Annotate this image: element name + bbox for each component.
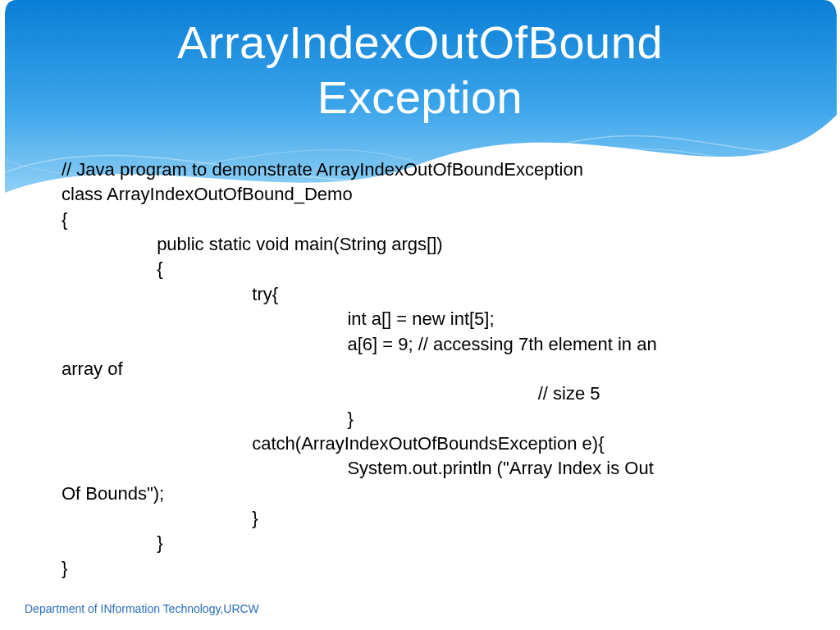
code-line: class ArrayIndexOutOfBound_Demo (62, 182, 783, 207)
code-line: // size 5 (62, 381, 783, 406)
footer-text: Department of INformation Technology,URC… (25, 602, 259, 615)
code-line: { (62, 257, 783, 281)
code-line: { (62, 208, 783, 232)
title-line-1: ArrayIndexOutOfBound (177, 16, 663, 68)
code-line: try{ (62, 282, 783, 307)
code-line: } (62, 407, 783, 431)
code-line: // Java program to demonstrate ArrayInde… (62, 158, 783, 182)
code-line: public static void main(String args[]) (62, 232, 783, 257)
code-line: } (62, 531, 783, 555)
code-block: // Java program to demonstrate ArrayInde… (62, 158, 783, 581)
slide: ArrayIndexOutOfBound Exception // Java p… (0, 0, 840, 630)
code-line: } (62, 556, 783, 581)
code-line: } (62, 506, 783, 531)
code-line: Of Bounds"); (62, 482, 783, 506)
code-line: System.out.println ("Array Index is Out (62, 456, 783, 481)
code-line: array of (62, 357, 783, 381)
code-line: catch(ArrayIndexOutOfBoundsException e){ (62, 431, 783, 456)
code-line: a[6] = 9; // accessing 7th element in an (62, 332, 783, 357)
title-line-2: Exception (317, 71, 523, 123)
code-line: int a[] = new int[5]; (62, 307, 783, 331)
slide-title: ArrayIndexOutOfBound Exception (0, 15, 840, 125)
